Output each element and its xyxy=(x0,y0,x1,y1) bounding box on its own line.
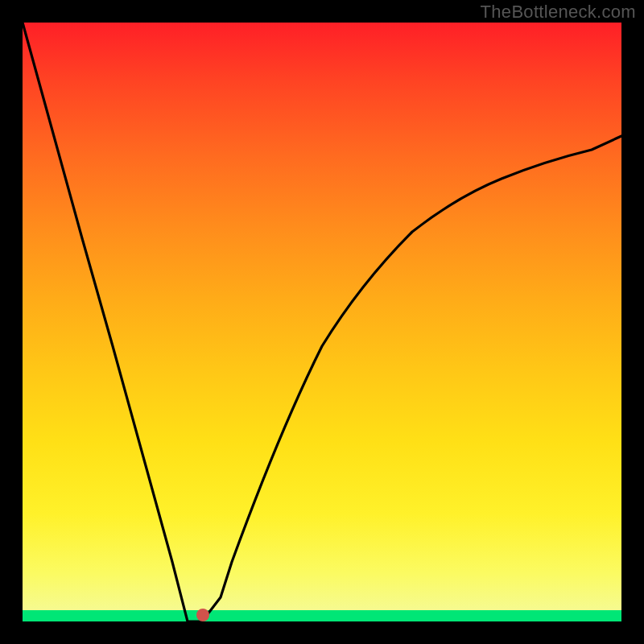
min-point-marker xyxy=(196,609,209,621)
plot-area xyxy=(23,23,621,621)
curve-svg xyxy=(23,23,621,621)
chart-frame: TheBottleneck.com xyxy=(0,0,644,644)
bottleneck-curve xyxy=(23,23,621,621)
watermark-text: TheBottleneck.com xyxy=(481,2,636,23)
